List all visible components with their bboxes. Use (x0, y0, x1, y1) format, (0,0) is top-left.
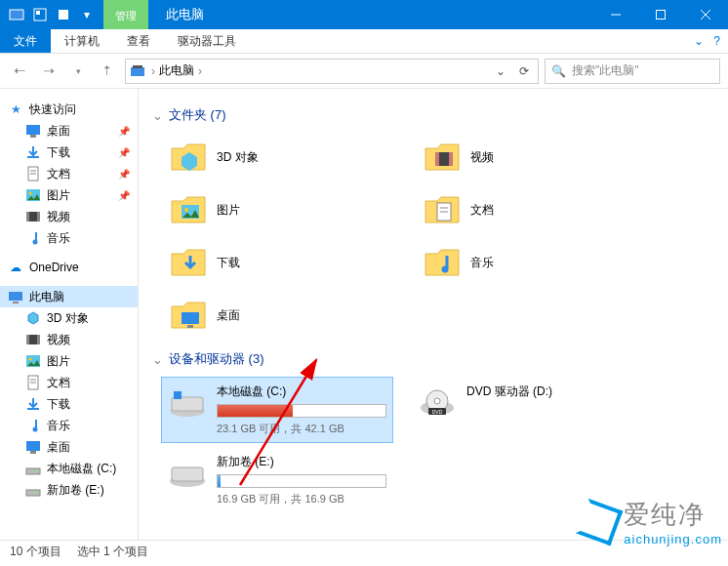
folder-label: 音乐 (470, 255, 494, 271)
svg-rect-0 (10, 10, 23, 20)
sidebar-item[interactable]: 图片📌 (0, 184, 138, 206)
svg-rect-12 (27, 156, 39, 158)
search-input[interactable]: 🔍 搜索"此电脑" (545, 59, 720, 84)
sidebar-item[interactable]: 视频 (0, 329, 138, 350)
svg-point-17 (29, 192, 32, 195)
folder-item[interactable]: 文档 (416, 186, 640, 233)
video-icon (25, 209, 41, 224)
chevron-down-icon[interactable]: ⌄ (152, 108, 163, 123)
sidebar-item[interactable]: 文档📌 (0, 163, 138, 184)
ribbon-tabs: 文件 计算机 查看 驱动器工具 ⌄ ? (0, 29, 728, 54)
svg-rect-25 (26, 335, 29, 344)
folder-item[interactable]: 桌面 (162, 292, 386, 339)
search-icon: 🔍 (551, 64, 566, 78)
sidebar-item[interactable]: 音乐 (0, 415, 138, 436)
sidebar-item[interactable]: 下载 (0, 393, 138, 415)
sidebar-this-pc[interactable]: 此电脑 (0, 286, 138, 307)
forward-button[interactable]: 🠒 (37, 60, 61, 83)
close-button[interactable] (683, 0, 728, 29)
context-tab-group: 管理 (103, 0, 148, 29)
drive-item[interactable]: 新加卷 (E:) 16.9 GB 可用，共 16.9 GB (162, 448, 392, 512)
star-icon: ★ (8, 101, 23, 117)
svg-rect-49 (182, 312, 199, 324)
download-icon (25, 144, 41, 160)
group-header-drives[interactable]: ⌄ 设备和驱动器 (3) (152, 350, 714, 368)
svg-rect-53 (174, 391, 182, 399)
ribbon-tab-computer[interactable]: 计算机 (51, 29, 113, 53)
chevron-down-icon[interactable]: ⌄ (152, 352, 163, 367)
svg-rect-20 (37, 212, 40, 222)
folder-icon (422, 243, 461, 282)
sidebar-item[interactable]: 桌面📌 (0, 120, 138, 142)
search-placeholder: 搜索"此电脑" (572, 62, 639, 79)
drive-item-dvd[interactable]: DVD DVD 驱动器 (D:) (412, 378, 636, 448)
folder-item[interactable]: 音乐 (416, 239, 640, 286)
sidebar-item[interactable]: 桌面 (0, 436, 138, 458)
maximize-button[interactable] (638, 0, 683, 29)
sidebar-item[interactable]: 本地磁盘 (C:) (0, 458, 138, 479)
navigation-bar: 🠐 🠒 ▾ 🠑 › 此电脑 › ⌄ ⟳ 🔍 搜索"此电脑" (0, 54, 728, 89)
app-icon[interactable] (6, 4, 27, 25)
sidebar-item[interactable]: 音乐 (0, 227, 138, 249)
sidebar-item[interactable]: 下载📌 (0, 142, 138, 163)
svg-rect-2 (36, 11, 40, 15)
folder-item[interactable]: 视频 (416, 134, 640, 181)
svg-point-56 (434, 398, 440, 404)
svg-rect-8 (131, 67, 144, 76)
qat-dropdown-icon[interactable]: ▾ (76, 4, 98, 25)
qat-properties-icon[interactable] (29, 4, 51, 25)
recent-dropdown-icon[interactable]: ▾ (66, 60, 90, 83)
address-dropdown-icon[interactable]: ⌄ (489, 60, 512, 83)
3d-icon (25, 310, 41, 326)
cloud-icon: ☁ (8, 260, 23, 275)
music-icon (25, 418, 41, 433)
breadcrumb-sep-icon[interactable]: › (147, 64, 159, 78)
folder-icon (422, 138, 461, 177)
folder-icon (422, 190, 461, 229)
sidebar-item[interactable]: 文档 (0, 372, 138, 393)
music-icon (25, 230, 41, 246)
sidebar-item[interactable]: 图片 (0, 350, 138, 372)
sidebar-item[interactable]: 新加卷 (E:) (0, 479, 138, 501)
folder-item[interactable]: 下载 (162, 239, 386, 286)
minimize-button[interactable] (593, 0, 638, 29)
address-bar[interactable]: › 此电脑 › ⌄ ⟳ (125, 59, 539, 84)
folder-label: 下载 (217, 255, 240, 271)
folder-item[interactable]: 图片 (162, 186, 386, 233)
video-icon (25, 332, 41, 347)
group-header-folders[interactable]: ⌄ 文件夹 (7) (152, 106, 714, 124)
pin-icon: 📌 (118, 126, 134, 137)
svg-point-37 (36, 470, 38, 472)
navigation-pane[interactable]: ★ 快速访问 桌面📌下载📌文档📌图片📌视频音乐 ☁ OneDrive 此电脑 3… (0, 89, 139, 540)
status-bar: 10 个项目 选中 1 个项目 (0, 540, 728, 563)
breadcrumb-location[interactable]: 此电脑 (159, 62, 194, 79)
svg-rect-41 (435, 152, 439, 166)
sidebar-item[interactable]: 3D 对象 (0, 307, 138, 329)
qat-new-icon[interactable] (53, 4, 74, 25)
ribbon-tab-view[interactable]: 查看 (113, 29, 164, 53)
folder-item[interactable]: 3D 对象 (162, 134, 386, 181)
breadcrumb-sep-icon[interactable]: › (194, 64, 206, 78)
ribbon-tab-drive-tools[interactable]: 驱动器工具 (164, 29, 250, 53)
ribbon-expand-icon[interactable]: ⌄ (694, 34, 704, 48)
window-title: 此电脑 (148, 6, 222, 23)
up-button[interactable]: 🠑 (96, 60, 119, 83)
sidebar-onedrive[interactable]: ☁ OneDrive (0, 257, 138, 278)
sidebar-item[interactable]: 视频 (0, 206, 138, 227)
svg-point-39 (36, 492, 38, 494)
document-icon (25, 166, 41, 182)
content-pane[interactable]: ⌄ 文件夹 (7) 3D 对象视频图片文档下载音乐桌面 ⌄ 设备和驱动器 (3)… (139, 89, 728, 540)
back-button[interactable]: 🠐 (8, 60, 31, 83)
drive-usage-bar (217, 404, 386, 418)
svg-rect-3 (59, 10, 68, 20)
drive-label: 新加卷 (E:) (217, 454, 386, 470)
file-tab[interactable]: 文件 (0, 29, 51, 53)
refresh-icon[interactable]: ⟳ (512, 60, 536, 83)
sidebar-quick-access[interactable]: ★ 快速访问 (0, 99, 138, 120)
svg-rect-23 (13, 302, 19, 303)
folder-icon (168, 190, 207, 229)
folder-icon (168, 243, 207, 282)
drive-item[interactable]: 本地磁盘 (C:) 23.1 GB 可用，共 42.1 GB (162, 378, 392, 442)
svg-rect-35 (30, 451, 36, 454)
help-icon[interactable]: ? (713, 34, 720, 48)
